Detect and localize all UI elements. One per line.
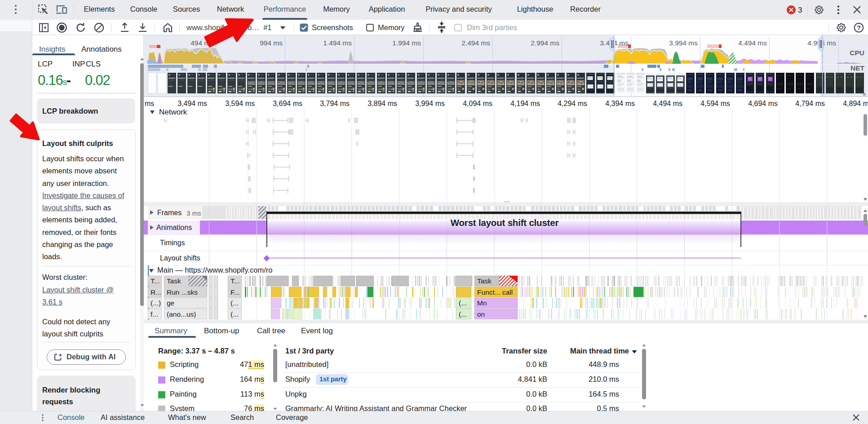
svg-text:3.994 ms: 3.994 ms: [669, 39, 698, 47]
svg-text:Funct... call: Funct... call: [477, 288, 513, 296]
svg-text:4,194 ms: 4,194 ms: [510, 100, 540, 107]
svg-text:4,694 ms: 4,694 ms: [748, 100, 778, 107]
svg-text:Task: Task: [167, 277, 181, 285]
svg-text:994 ms: 994 ms: [260, 39, 283, 47]
svg-text:4,094 ms: 4,094 ms: [463, 100, 492, 107]
svg-text:Worst layout shift cluster: Worst layout shift cluster: [451, 217, 559, 228]
svg-text:(...: (...: [230, 299, 239, 307]
svg-text:Animations: Animations: [156, 224, 192, 231]
svg-text:(...: (...: [459, 310, 467, 318]
svg-text:4,294 ms: 4,294 ms: [558, 100, 587, 107]
svg-text:ms: ms: [145, 100, 154, 107]
svg-text:Run ...sks: Run ...sks: [167, 288, 198, 296]
svg-text:f...: f...: [151, 310, 158, 318]
svg-text:3,694 ms: 3,694 ms: [273, 100, 302, 107]
svg-text:NET: NET: [850, 64, 865, 72]
svg-text:?: ?: [857, 24, 861, 31]
svg-text:3,494 ms: 3,494 ms: [177, 100, 207, 107]
svg-text:ge: ge: [167, 299, 174, 307]
svg-text:3,994 ms: 3,994 ms: [415, 100, 445, 107]
svg-text:...: ...: [504, 196, 510, 203]
svg-text:4,594 ms: 4,594 ms: [700, 100, 730, 107]
svg-text:(...): (...): [151, 299, 161, 307]
svg-text:(ano...us): (ano...us): [167, 310, 196, 318]
svg-text:3 ms: 3 ms: [186, 209, 201, 217]
svg-text:T...: T...: [151, 277, 160, 285]
svg-text:494 ms: 494 ms: [190, 39, 213, 47]
svg-text:4,394 ms: 4,394 ms: [605, 100, 635, 107]
svg-text:2.994 ms: 2.994 ms: [531, 39, 559, 47]
svg-text:4,794 ms: 4,794 ms: [795, 100, 825, 107]
svg-text:Layout shifts: Layout shifts: [160, 254, 200, 262]
svg-text:CPU: CPU: [850, 49, 864, 57]
svg-text:on: on: [477, 310, 485, 318]
svg-text:1.994 ms: 1.994 ms: [392, 39, 421, 47]
svg-text:4.494 ms: 4.494 ms: [738, 39, 767, 47]
svg-text:R...: R...: [151, 288, 161, 296]
svg-text:3: 3: [798, 6, 802, 14]
svg-text:Main — https://www.shopify.com: Main — https://www.shopify.com/ro: [157, 266, 272, 274]
svg-text:(...: (...: [230, 310, 239, 318]
svg-text:(...: (...: [459, 299, 467, 307]
svg-text:2.494 ms: 2.494 ms: [461, 39, 490, 47]
svg-text:3,594 ms: 3,594 ms: [225, 100, 255, 107]
svg-text:1.494 ms: 1.494 ms: [323, 39, 352, 47]
svg-text:Task: Task: [477, 277, 492, 285]
svg-text:3,794 ms: 3,794 ms: [320, 100, 350, 107]
svg-text:Network: Network: [159, 108, 187, 116]
svg-text:4,894 ms: 4,894 ms: [843, 100, 868, 107]
svg-text:T...: T...: [230, 277, 240, 285]
svg-text:F...: F...: [230, 288, 240, 296]
svg-text:Frames: Frames: [157, 209, 182, 216]
svg-text:4,494 ms: 4,494 ms: [653, 100, 682, 107]
svg-text:Mn: Mn: [477, 299, 487, 307]
svg-text:3,894 ms: 3,894 ms: [368, 100, 397, 107]
svg-text:Timings: Timings: [160, 239, 185, 247]
